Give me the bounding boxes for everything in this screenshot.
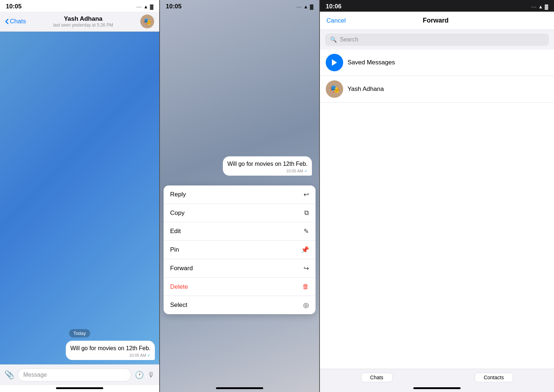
screen1-chat: 10:05 ···· ▲ ▓ Chats Yash Adhana last se… (0, 0, 159, 392)
float-read-check: ✓ (304, 169, 308, 173)
contact-header: Yash Adhana last seen yesterday at 5:26 … (53, 15, 113, 28)
yash-name: Yash Adhana (348, 85, 384, 93)
edit-label: Edit (170, 228, 181, 235)
status-icons-2: ···· ▲ ▓ (296, 4, 313, 9)
input-bar: 📎 Message 🕐 🎙 (0, 364, 159, 385)
context-menu: Reply ↩ Copy ⧉ Edit ✎ Pin 📌 Forward ↪ De… (164, 185, 316, 314)
reply-label: Reply (170, 191, 186, 198)
back-label[interactable]: Chats (10, 18, 26, 25)
home-indicator-2 (216, 387, 263, 389)
battery-icon: ▓ (150, 4, 153, 9)
cancel-button[interactable]: Cancel (326, 17, 346, 24)
battery-icon-3: ▓ (545, 4, 548, 9)
contact-name: Yash Adhana (53, 15, 113, 23)
context-edit[interactable]: Edit ✎ (164, 222, 316, 241)
status-bar-3: 10:06 ···· ▲ ▓ (320, 0, 554, 12)
home-indicator-3 (413, 387, 461, 389)
search-placeholder-label: Search (340, 36, 358, 43)
wifi-icon-2: ▲ (304, 4, 308, 9)
message-text: Will go for movies on 12th Feb. (70, 344, 150, 352)
yash-avatar: 🎭 (326, 80, 343, 98)
saved-messages-avatar (326, 54, 343, 71)
signal-icon: ···· (136, 4, 141, 9)
float-message-text: Will go for movies on 12th Feb. (227, 160, 308, 168)
context-select[interactable]: Select ◎ (164, 296, 316, 314)
context-reply[interactable]: Reply ↩ (164, 185, 316, 204)
select-icon: ◎ (303, 301, 309, 309)
context-copy[interactable]: Copy ⧉ (164, 204, 316, 222)
float-message-meta: 10:05 AM ✓ (227, 169, 308, 173)
nav-bar-1: Chats Yash Adhana last seen yesterday at… (0, 12, 159, 32)
context-delete[interactable]: Delete 🗑 (164, 278, 316, 296)
status-icons-3: ···· ▲ ▓ (531, 4, 548, 9)
battery-icon-2: ▓ (310, 4, 313, 9)
status-bar-1: 10:05 ···· ▲ ▓ (0, 0, 159, 12)
attach-icon[interactable]: 📎 (4, 370, 14, 380)
delete-label: Delete (170, 283, 188, 291)
contact-status: last seen yesterday at 5:26 PM (53, 23, 113, 28)
message-bubble[interactable]: Will go for movies on 12th Feb. 10:05 AM… (66, 341, 155, 360)
contact-item-saved[interactable]: Saved Messages (320, 49, 554, 76)
back-button[interactable]: Chats (5, 18, 26, 25)
pin-icon: 📌 (301, 246, 309, 254)
wifi-icon: ▲ (144, 4, 148, 9)
sticker-icon[interactable]: 🕐 (135, 371, 144, 379)
mic-icon[interactable]: 🎙 (148, 371, 155, 379)
status-time-2: 10:05 (166, 3, 181, 10)
status-time-3: 10:06 (326, 3, 341, 10)
search-bar[interactable]: 🔍 Search (325, 33, 549, 46)
date-badge: Today (4, 330, 155, 336)
wifi-icon-3: ▲ (538, 4, 543, 9)
pin-label: Pin (170, 246, 179, 253)
input-placeholder: Message (23, 372, 47, 378)
signal-icon-2: ···· (296, 4, 301, 9)
tab-contacts[interactable]: Contacts (475, 373, 513, 382)
float-message-time: 10:05 AM (286, 169, 303, 173)
tab-bar: Chats Contacts (320, 369, 554, 385)
context-forward[interactable]: Forward ↪ (164, 259, 316, 278)
forward-nav: Cancel Forward (320, 12, 554, 30)
delete-icon: 🗑 (302, 283, 309, 291)
message-time: 10:05 AM (129, 353, 146, 357)
search-bar-container: 🔍 Search (320, 30, 554, 49)
status-icons-1: ···· ▲ ▓ (136, 4, 153, 9)
status-time-1: 10:05 (6, 3, 21, 10)
tab-chats[interactable]: Chats (361, 373, 393, 382)
reply-icon: ↩ (304, 191, 309, 199)
contact-list: Saved Messages 🎭 Yash Adhana (320, 49, 554, 369)
status-bar-2: 10:05 ···· ▲ ▓ (160, 0, 319, 12)
contact-item-yash[interactable]: 🎭 Yash Adhana (320, 76, 554, 103)
contact-avatar[interactable]: 🎭 (140, 15, 154, 28)
chat-area: Today Will go for movies on 12th Feb. 10… (0, 32, 159, 364)
select-label: Select (170, 301, 187, 309)
message-meta: 10:05 AM ✓ (70, 353, 150, 358)
edit-icon: ✎ (304, 227, 309, 235)
context-pin[interactable]: Pin 📌 (164, 241, 316, 259)
forward-icon: ↪ (304, 264, 309, 272)
forward-title: Forward (423, 17, 449, 24)
saved-messages-name: Saved Messages (348, 59, 395, 66)
floating-message: Will go for movies on 12th Feb. 10:05 AM… (167, 156, 312, 176)
read-check-icon: ✓ (147, 353, 150, 357)
home-indicator-1 (56, 387, 103, 389)
message-input[interactable]: Message (18, 368, 131, 381)
date-label: Today (69, 329, 91, 337)
signal-icon-3: ···· (531, 4, 536, 9)
screen3-forward: 10:06 ···· ▲ ▓ Cancel Forward 🔍 Search S… (320, 0, 554, 392)
forward-label: Forward (170, 265, 193, 272)
copy-label: Copy (170, 209, 185, 217)
search-icon: 🔍 (330, 36, 337, 43)
float-bubble: Will go for movies on 12th Feb. 10:05 AM… (223, 156, 312, 176)
screen2-context: 10:05 ···· ▲ ▓ Will go for movies on 12t… (160, 0, 319, 392)
copy-icon: ⧉ (304, 209, 309, 217)
